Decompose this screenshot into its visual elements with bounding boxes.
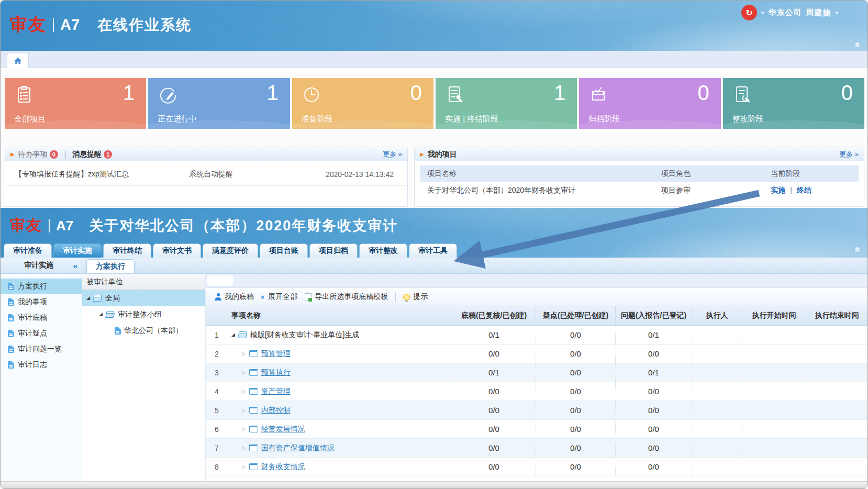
collapse-tabs-icon[interactable]: « — [853, 247, 863, 252]
inner-tab-plan-execution[interactable]: 方案执行 — [86, 259, 135, 273]
expanded-caret-icon[interactable]: ◢ — [231, 332, 235, 337]
project-name[interactable]: 关于对华北公司（本部）2020年财务收支审计 — [420, 186, 661, 195]
column-doubts[interactable]: 疑点(已处理/已创建) — [536, 306, 615, 325]
sidebar-item-label: 审计日志 — [18, 360, 47, 370]
clock-icon — [302, 85, 321, 107]
tab-project-archive[interactable]: 项目归档 — [309, 243, 358, 258]
issues-value: 0/0 — [615, 382, 692, 401]
stage-link-implement[interactable]: 实施 — [771, 186, 785, 194]
column-end-time[interactable]: 执行结束时间 — [806, 306, 867, 325]
sync-icon[interactable]: ↻ — [741, 5, 757, 20]
matter-name-link[interactable]: 财务收支情况 — [261, 462, 305, 472]
audited-units-panel: 被审计单位 ◢ 全局 ◢ 审计整体小组 华北公司（本部） — [82, 274, 205, 489]
column-drafts[interactable]: 底稿(已复核/已创建) — [452, 306, 536, 325]
column-executor[interactable]: 执行人 — [692, 306, 742, 325]
my-drafts-button[interactable]: 我的底稿 — [211, 292, 258, 302]
dashboard-panels: ▶ 待办事项 0 | 消息提醒 1 更多 » 【专项填报任务提醒】zxp测试汇总… — [5, 147, 864, 207]
stat-card-implementation[interactable]: 1 实施 | 终结阶段 — [436, 78, 577, 129]
brand: 审友 A7 关于对华北公司（本部）2020年财务收支审计 — [10, 215, 398, 236]
collapsed-caret-icon[interactable]: ▷ — [242, 408, 246, 413]
column-matter-name[interactable]: 事项名称 — [228, 306, 452, 325]
lower-area: 被审计单位 ◢ 全局 ◢ 审计整体小组 华北公司（本部） — [82, 274, 868, 489]
open-folder-icon — [106, 311, 115, 318]
tab-message-reminder[interactable]: 消息提醒 — [72, 150, 102, 159]
tab-audit-rectification[interactable]: 审计整改 — [359, 243, 407, 258]
expanded-caret-icon[interactable]: ◢ — [86, 296, 90, 301]
panel-arrow-icon: ▶ — [10, 151, 15, 157]
tab-audit-tools[interactable]: 审计工具 — [409, 243, 457, 258]
todo-more-link[interactable]: 更多 » — [383, 150, 402, 159]
collapsed-caret-icon[interactable]: ▷ — [242, 389, 246, 394]
end-time-value — [806, 363, 867, 382]
stat-card-archive[interactable]: 0 归档阶段 — [579, 78, 720, 129]
stat-label: 准备阶段 — [302, 114, 333, 124]
matter-name-link[interactable]: 预算管理 — [261, 349, 291, 359]
brand-product: A7 — [60, 16, 80, 34]
matter-name-link[interactable]: 资产管理 — [261, 387, 291, 396]
stat-card-rectification[interactable]: 0 整改阶段 — [723, 78, 864, 129]
stat-cards: 1 全部项目 1 正在进行中 0 准备阶段 1 — [5, 68, 864, 129]
person-icon — [215, 293, 221, 301]
table-row: 3 ▷预算执行 0/1 0/0 0/1 — [206, 363, 868, 382]
stat-card-all-projects[interactable]: 1 全部项目 — [5, 78, 146, 129]
tab-divider: | — [64, 150, 66, 159]
home-tab[interactable] — [7, 53, 29, 68]
sidebar-item-plan-execution[interactable]: 方案执行 — [1, 279, 82, 294]
matter-name-link[interactable]: 预算执行 — [261, 368, 291, 377]
sidebar-collapse-icon[interactable]: « — [73, 261, 77, 270]
stat-card-preparation[interactable]: 0 准备阶段 — [292, 78, 433, 129]
tab-satisfaction[interactable]: 满意度评价 — [203, 243, 258, 258]
table-row: 5 ▷内部控制 0/0 0/0 0/0 — [206, 401, 868, 420]
stat-card-in-progress[interactable]: 1 正在进行中 — [148, 78, 290, 129]
tree-node-north-china-company[interactable]: 华北公司（本部） — [82, 323, 205, 339]
folder-icon — [249, 369, 258, 376]
column-issues[interactable]: 问题(入报告/已登记) — [615, 306, 692, 325]
edit-progress-icon — [158, 85, 177, 107]
tree-node-audit-group[interactable]: ◢ 审计整体小组 — [82, 306, 205, 323]
start-time-value — [742, 382, 806, 401]
end-time-value — [806, 382, 867, 401]
collapsed-caret-icon[interactable]: ▷ — [242, 427, 246, 432]
doubts-value: 0/0 — [536, 401, 615, 419]
expanded-caret-icon[interactable]: ◢ — [99, 312, 103, 317]
sidebar-item-audit-log[interactable]: 审计日志 — [1, 357, 82, 373]
sidebar-item-audit-drafts[interactable]: 审计底稿 — [1, 310, 82, 326]
chevron-down-icon[interactable]: ▾ — [761, 9, 764, 16]
tab-audit-preparation[interactable]: 审计准备 — [4, 243, 52, 258]
collapsed-caret-icon[interactable]: ▷ — [242, 370, 246, 375]
tab-audit-conclusion[interactable]: 审计终结 — [103, 243, 151, 258]
tree-node-global[interactable]: ◢ 全局 — [82, 290, 205, 306]
matter-name-link[interactable]: 内部控制 — [261, 406, 291, 415]
column-start-time[interactable]: 执行开始时间 — [742, 306, 806, 325]
tip-button[interactable]: 提示 — [399, 292, 431, 302]
stat-value: 1 — [554, 81, 565, 105]
matter-name-link[interactable]: 国有资产保值增值情况 — [261, 443, 335, 453]
tab-audit-documents[interactable]: 审计文书 — [153, 243, 201, 258]
collapse-header-icon[interactable]: « — [853, 42, 863, 48]
message-row[interactable]: 【专项填报任务提醒】zxp测试汇总 系统自动提醒 2020-02-13 14:1… — [6, 161, 406, 186]
tab-audit-implementation[interactable]: 审计实施 — [53, 243, 102, 258]
projects-more-link[interactable]: 更多 » — [839, 150, 859, 159]
sidebar-item-audit-doubts[interactable]: 审计疑点 — [1, 326, 82, 341]
tree-panel-header: 被审计单位 — [82, 274, 205, 290]
sidebar-item-audit-issues[interactable]: 审计问题一览 — [1, 341, 82, 357]
expand-all-button[interactable]: »展开全部 — [258, 292, 301, 302]
issues-value: 0/1 — [615, 326, 692, 344]
collapsed-caret-icon[interactable]: ▷ — [242, 464, 246, 470]
tab-todo-items[interactable]: 待办事项 — [18, 150, 48, 159]
sidebar-item-my-matters[interactable]: 我的事项 — [1, 294, 82, 310]
document-icon — [115, 327, 121, 335]
grid-toolbar: 我的底稿 »展开全部 导出所选事项底稿模板 提示 — [206, 287, 868, 306]
export-draft-template-button[interactable]: 导出所选事项底稿模板 — [301, 292, 392, 302]
stage-link-conclude[interactable]: 终结 — [797, 186, 811, 194]
collapsed-caret-icon[interactable]: ▷ — [242, 351, 246, 357]
tree-node-label: 审计整体小组 — [118, 310, 162, 319]
my-projects-panel: ▶ 我的项目 更多 » 项目名称 项目角色 当前阶段 关于对华北公司（本部）20… — [414, 147, 864, 207]
chevron-down-icon[interactable]: ▾ — [835, 9, 838, 16]
table-row: 1 ◢模版[财务收支审计-事业单位]生成 0/1 0/0 0/1 — [206, 326, 868, 344]
message-title[interactable]: 【专项填报任务提醒】zxp测试汇总 — [15, 170, 189, 179]
matter-name-link[interactable]: 经营发展情况 — [261, 425, 305, 434]
collapsed-caret-icon[interactable]: ▷ — [242, 446, 246, 451]
doubts-value: 0/0 — [536, 326, 615, 344]
tab-project-ledger[interactable]: 项目台账 — [260, 243, 308, 258]
